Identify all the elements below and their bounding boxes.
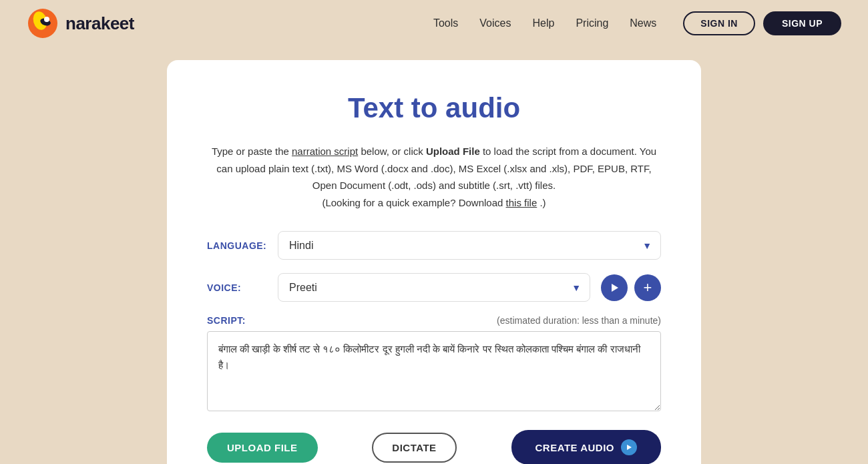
- create-audio-play-icon: [621, 439, 637, 455]
- desc-part5: .): [539, 197, 546, 208]
- upload-file-emphasis: Upload File: [426, 146, 480, 157]
- svg-point-3: [44, 17, 49, 22]
- voice-select[interactable]: Preeti: [278, 273, 590, 302]
- script-label: SCRIPT:: [207, 315, 246, 326]
- voice-label: VOICE:: [207, 282, 267, 293]
- estimated-duration: (estimated duration: less than a minute): [497, 315, 661, 326]
- auth-buttons: SIGN IN SIGN UP: [683, 11, 841, 35]
- nav-voices[interactable]: Voices: [479, 17, 511, 29]
- desc-part2: below, or click: [361, 146, 426, 157]
- svg-marker-4: [612, 284, 618, 292]
- voice-select-wrapper: Preeti ▼: [278, 273, 590, 302]
- voice-field-row: VOICE: Preeti ▼ +: [207, 273, 661, 302]
- create-audio-button[interactable]: CREATE AUDIO: [511, 430, 662, 464]
- sign-in-button[interactable]: SIGN IN: [683, 11, 755, 35]
- desc-part4: (Looking for a quick example? Download: [322, 197, 505, 208]
- nav-tools[interactable]: Tools: [433, 17, 458, 29]
- upload-file-button[interactable]: UPLOAD FILE: [207, 433, 318, 463]
- add-voice-button[interactable]: +: [634, 274, 661, 301]
- logo-icon: [27, 7, 59, 39]
- description-text: Type or paste the narration script below…: [207, 143, 661, 211]
- language-field-row: LANGUAGE: Hindi ▼: [207, 231, 661, 260]
- narration-script-link[interactable]: narration script: [292, 146, 358, 157]
- script-header: SCRIPT: (estimated duration: less than a…: [207, 315, 661, 326]
- dictate-button[interactable]: DICTATE: [372, 433, 456, 463]
- logo[interactable]: narakeet: [27, 7, 134, 39]
- action-buttons: UPLOAD FILE DICTATE CREATE AUDIO: [207, 430, 661, 464]
- page-title: Text to audio: [207, 92, 661, 124]
- create-audio-label: CREATE AUDIO: [535, 442, 615, 453]
- script-textarea[interactable]: बंगाल की खाड़ी के शीर्ष तट से १८० किलोमी…: [207, 331, 661, 411]
- script-section: SCRIPT: (estimated duration: less than a…: [207, 315, 661, 414]
- this-file-link[interactable]: this file: [506, 197, 537, 208]
- nav-pricing[interactable]: Pricing: [576, 17, 608, 29]
- sign-up-button[interactable]: SIGN UP: [763, 11, 841, 35]
- main-nav: Tools Voices Help Pricing News: [433, 17, 656, 29]
- language-select-wrapper: Hindi ▼: [278, 231, 661, 260]
- play-icon: [610, 283, 619, 292]
- main-card: Text to audio Type or paste the narratio…: [167, 60, 701, 464]
- language-label: LANGUAGE:: [207, 240, 267, 251]
- desc-part1: Type or paste the: [212, 146, 289, 157]
- nav-news[interactable]: News: [630, 17, 656, 29]
- play-voice-button[interactable]: [601, 274, 628, 301]
- voice-controls: +: [601, 274, 661, 301]
- play-triangle-icon: [626, 444, 632, 451]
- nav-help[interactable]: Help: [532, 17, 554, 29]
- language-select[interactable]: Hindi: [278, 231, 661, 260]
- svg-marker-5: [627, 445, 632, 450]
- logo-text: narakeet: [65, 13, 134, 34]
